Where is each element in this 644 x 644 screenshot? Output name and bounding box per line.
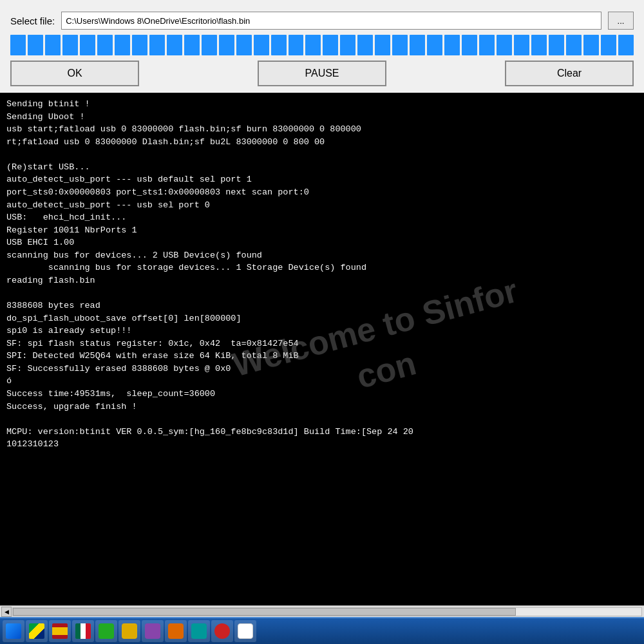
progress-segment-15 — [271, 35, 287, 55]
progress-segment-13 — [236, 35, 252, 55]
progress-segment-22 — [392, 35, 408, 55]
red-icon — [214, 623, 230, 639]
buttons-row: OK PAUSE Clear — [10, 61, 634, 86]
progress-segment-7 — [132, 35, 147, 55]
file-select-label: Select file: — [10, 15, 55, 26]
taskbar-item-5[interactable] — [118, 620, 140, 642]
taskbar-item-10[interactable] — [234, 620, 256, 642]
progress-segment-19 — [340, 35, 355, 55]
app-window: Select file: ... OK PAUSE Clear Sending … — [0, 0, 644, 644]
progress-segment-35 — [618, 35, 634, 55]
ok-button[interactable]: OK — [10, 61, 139, 86]
pause-button[interactable]: PAUSE — [258, 61, 386, 86]
progress-segment-21 — [375, 35, 390, 55]
progress-segment-0 — [10, 35, 26, 55]
progress-segment-11 — [202, 35, 217, 55]
progress-segment-20 — [357, 35, 373, 55]
taskbar-start[interactable] — [3, 620, 24, 642]
taskbar — [0, 617, 644, 644]
progress-segment-4 — [80, 35, 95, 55]
progress-segment-9 — [167, 35, 182, 55]
scroll-track[interactable] — [12, 607, 642, 616]
white-icon — [238, 623, 253, 639]
taskbar-item-4[interactable] — [95, 620, 117, 642]
progress-segment-30 — [531, 35, 547, 55]
progress-segment-23 — [410, 35, 425, 55]
progress-segment-14 — [254, 35, 269, 55]
file-select-row: Select file: ... — [10, 12, 634, 30]
progress-segment-29 — [514, 35, 529, 55]
clear-button[interactable]: Clear — [505, 61, 634, 86]
teal-icon — [191, 623, 207, 639]
progress-segment-25 — [444, 35, 460, 55]
start-icon — [6, 623, 21, 639]
progress-segment-3 — [62, 35, 78, 55]
purple-icon — [145, 623, 160, 639]
progress-segment-8 — [149, 35, 165, 55]
brazil-flag-icon — [29, 623, 44, 639]
progress-segment-27 — [479, 35, 495, 55]
taskbar-item-9[interactable] — [211, 620, 233, 642]
progress-segment-5 — [97, 35, 113, 55]
progress-segment-16 — [289, 35, 304, 55]
taskbar-item-1[interactable] — [26, 620, 48, 642]
console-output: Sending btinit ! Sending Uboot ! usb sta… — [6, 98, 638, 451]
progress-segment-31 — [549, 35, 564, 55]
progress-segment-32 — [566, 35, 582, 55]
progress-segment-34 — [601, 35, 616, 55]
progress-segment-26 — [462, 35, 477, 55]
spain-flag-icon — [52, 623, 68, 639]
console-area: Sending btinit ! Sending Uboot ! usb sta… — [0, 93, 644, 605]
file-path-input[interactable] — [61, 12, 601, 30]
progress-segment-6 — [115, 35, 130, 55]
orange-icon — [168, 623, 184, 639]
top-section: Select file: ... OK PAUSE Clear — [0, 0, 644, 93]
progress-segment-24 — [427, 35, 442, 55]
progress-segment-2 — [45, 35, 61, 55]
progress-segment-1 — [28, 35, 43, 55]
progress-segment-12 — [219, 35, 234, 55]
taskbar-item-7[interactable] — [165, 620, 187, 642]
mexico-flag-icon — [75, 623, 91, 639]
browse-button[interactable]: ... — [608, 12, 634, 30]
scroll-thumb[interactable] — [13, 608, 516, 616]
taskbar-item-8[interactable] — [188, 620, 210, 642]
progress-segment-33 — [583, 35, 599, 55]
yellow-icon — [122, 623, 137, 639]
taskbar-item-3[interactable] — [72, 620, 94, 642]
scroll-left-button[interactable]: ◀ — [1, 607, 12, 617]
progress-segment-10 — [184, 35, 200, 55]
progress-segment-17 — [305, 35, 321, 55]
progress-segment-28 — [497, 35, 512, 55]
taskbar-item-6[interactable] — [142, 620, 164, 642]
taskbar-item-2[interactable] — [49, 620, 71, 642]
progress-segment-18 — [323, 35, 338, 55]
horizontal-scrollbar[interactable]: ◀ — [0, 605, 644, 617]
progress-bar — [10, 35, 634, 55]
green-icon — [99, 623, 114, 639]
